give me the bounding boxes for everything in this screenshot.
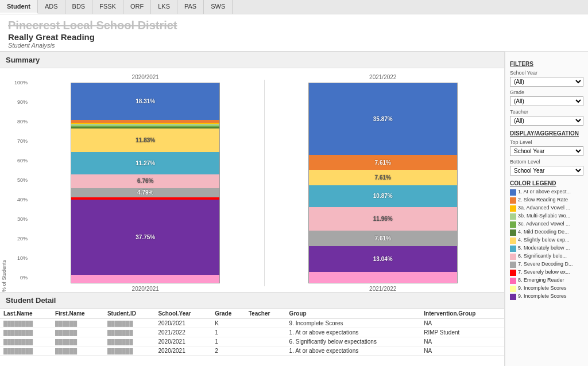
seg2-2: 7.61% [309,155,457,170]
tab-sws[interactable]: SWS [204,0,233,14]
col-school-year: School.Year [154,309,211,319]
seg1-7: 11.83% [71,129,219,152]
seg2-4: 10.87% [309,185,457,207]
display-title: DISPLAY/AGGREGATION [510,130,583,137]
legend-item-label: 7. Severely below ex... [518,269,570,275]
legend-container: 1. At or above expect...2. Slow Reading … [510,189,583,300]
legend-item: 6. Significantly belo... [510,253,583,260]
grade-label: Grade [510,89,583,95]
y-axis: 100% 90% 80% 70% 60% 50% 40% 30% 20% 10%… [8,68,30,292]
legend-item: 9. Incomplete Scores [510,285,583,292]
col-first-name: First.Name [52,309,104,319]
legend-item-label: 6. Significantly belo... [518,253,567,259]
teacher-label: Teacher [510,109,583,115]
legend-color-swatch [510,270,516,276]
col-intervention: Intervention.Group [420,309,504,319]
col-last-name: Last.Name [0,309,52,319]
table-row: ████████ ██████ ███████ 2021/2022 1 1. A… [0,328,504,337]
chart2-bar: 35.87% 7.61% 7.61% 10.87% 11.96% 7.61% 1… [308,83,458,283]
legend-item-label: 9. Incomplete Scores [518,285,567,291]
subtitle: Student Analysis [8,42,580,49]
chart1-title: 2020/2021 [132,74,159,80]
legend-item-label: 3a. Advanced Vowel ... [518,205,570,211]
right-panel: FILTERS School Year (All) Grade (All) Te… [505,52,588,366]
seg1-13 [71,275,219,283]
legend-color-swatch [510,197,516,204]
legend-color-swatch [510,278,516,284]
chart2-title: 2021/2022 [369,74,396,80]
filters-title: FILTERS [510,61,583,67]
main-content: Summary % of Students 100% 90% 80% 70% 6… [0,52,588,366]
chart1-xlabel: 2020/2021 [132,286,159,292]
legend-item: 3c. Advanced Vowel ... [510,221,583,228]
legend-item: 2. Slow Reading Rate [510,197,583,204]
legend-item: 1. At or above expect... [510,189,583,196]
legend-item-label: 4. Slightly below exp... [518,237,570,243]
y-axis-label: % of Students [0,85,8,292]
tab-pas[interactable]: PAS [177,0,204,14]
seg2-1: 35.87% [309,83,457,155]
seg1-1: 18.31% [71,83,219,120]
legend-color-swatch [510,254,516,260]
bottom-level-label: Bottom Level [510,159,583,165]
legend-item-label: 1. At or above expect... [518,189,571,195]
chart-area: % of Students 100% 90% 80% 70% 60% 50% 4… [0,68,504,292]
tab-student[interactable]: Student [0,0,38,14]
legend-item-label: 3c. Advanced Vowel ... [518,221,570,227]
tab-lks[interactable]: LKS [151,0,177,14]
chart-divider [264,80,265,286]
seg1-10: 4.79% [71,188,219,198]
table-row: ████████ ██████ ███████ 2020/2021 2 1. A… [0,346,504,356]
legend-item-label: 9. Incomplete Scores [518,293,567,299]
legend-color-swatch [510,189,516,196]
col-student-id: Student.ID [104,309,155,319]
grade-select[interactable]: (All) [510,96,583,106]
charts-container: 2020/2021 18.31% 11.83% 11.27% 6.76% [30,68,504,292]
legend-item-label: 8. Emerging Reader [518,277,564,283]
legend-item: 9. Incomplete Scores [510,293,583,300]
teacher-select[interactable]: (All) [510,116,583,126]
bottom-level-select[interactable]: School Year [510,166,583,176]
legend-item: 3a. Advanced Vowel ... [510,205,583,212]
seg2-6: 7.61% [309,231,457,246]
tab-orf[interactable]: ORF [123,0,151,14]
legend-item-label: 7. Severe Decoding D... [518,261,573,267]
legend-item-label: 5. Moderately below ... [518,245,570,251]
legend-color-swatch [510,262,516,268]
seg2-8 [309,272,457,283]
col-grade: Grade [211,309,245,319]
legend-item: 7. Severely below ex... [510,269,583,276]
legend-item: 8. Emerging Reader [510,277,583,284]
summary-header: Summary [0,52,504,68]
table-row: ████████ ██████ ███████ 2020/2021 K 9. I… [0,319,504,328]
district-name: Pinecrest Local School District [8,19,580,32]
tab-bds[interactable]: BDS [65,0,93,14]
app-name: Really Great Reading [8,32,580,42]
chart-wrapper-1: 2020/2021 18.31% 11.83% 11.27% 6.76% [30,74,261,292]
legend-color-swatch [510,229,516,236]
seg2-3: 7.61% [309,170,457,185]
legend-item: 5. Moderately below ... [510,245,583,252]
chart2-xlabel: 2021/2022 [369,286,396,292]
tab-fssk[interactable]: FSSK [92,0,123,14]
col-teacher: Teacher [245,309,286,319]
tab-ads[interactable]: ADS [38,0,65,14]
table-row: ████████ ██████ ███████ 2020/2021 1 6. S… [0,337,504,346]
seg1-8: 11.27% [71,152,219,174]
seg2-5: 11.96% [309,207,457,231]
legend-color-swatch [510,237,516,244]
legend-item-label: 2. Slow Reading Rate [518,197,568,203]
legend-color-swatch [510,213,516,220]
seg2-7: 13.04% [309,246,457,272]
legend-color-swatch [510,286,516,292]
legend-color-swatch [510,294,516,300]
detail-table-container: Last.Name First.Name Student.ID School.Y… [0,309,504,356]
col-group: Group [286,309,421,319]
header: Pinecrest Local School District Really G… [0,14,588,52]
top-level-select[interactable]: School Year [510,146,583,156]
chart1-bar: 18.31% 11.83% 11.27% 6.76% 4.79% 37.75% [71,83,220,283]
tab-bar: Student ADS BDS FSSK ORF LKS PAS SWS [0,0,588,14]
legend-item: 4. Slightly below exp... [510,237,583,244]
left-panel: Summary % of Students 100% 90% 80% 70% 6… [0,52,505,366]
school-year-select[interactable]: (All) [510,77,583,87]
